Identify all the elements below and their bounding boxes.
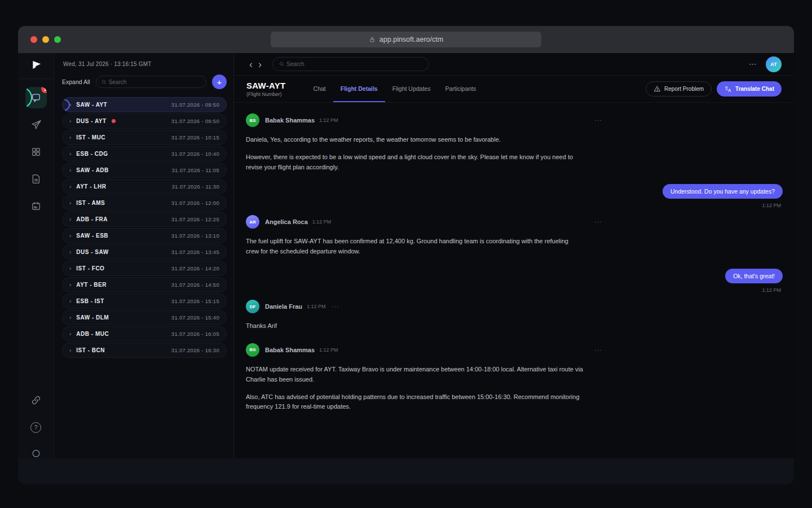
- flight-datetime: 31.07.2026 - 16:30: [171, 347, 219, 353]
- flights-search-input[interactable]: [109, 79, 201, 85]
- icon-rail: 1: [18, 53, 54, 458]
- lock-icon: [369, 36, 376, 43]
- flight-subtitle: (Flight Number): [246, 91, 286, 97]
- flight-datetime: 31.07.2026 - 09:50: [171, 118, 219, 124]
- report-problem-button[interactable]: Report Problem: [646, 81, 712, 97]
- flight-route: ADB - FRA: [76, 216, 108, 222]
- translate-chat-button[interactable]: Translate Chat: [717, 81, 782, 97]
- sidebar-item-chats[interactable]: 1: [25, 87, 47, 108]
- flight-list-item[interactable]: › SAW - AYT 31.07.2026 - 09:50: [62, 97, 227, 112]
- flight-route: ESB - CDG: [76, 151, 108, 157]
- sidebar-item-flights[interactable]: [25, 114, 47, 135]
- chevron-right-icon: ›: [69, 249, 71, 255]
- message-paragraph: The fuel uplift for SAW-AYT has been con…: [246, 237, 583, 257]
- flight-route: SAW - ESB: [76, 233, 108, 239]
- chevron-right-icon: ›: [69, 299, 71, 304]
- sidebar-item-dashboard[interactable]: [25, 141, 47, 163]
- flight-route: SAW - ADB: [76, 167, 108, 173]
- traffic-lights: [30, 36, 61, 43]
- incoming-message: DF Daniela Frau 1:12 PM ··· Thanks Arif: [246, 300, 602, 331]
- message-options-icon[interactable]: ···: [594, 218, 602, 225]
- message-options-icon[interactable]: ···: [332, 303, 339, 310]
- chat-topbar: ‹ › ⋯ AT: [234, 53, 794, 76]
- chat-tabs: ChatFlight DetailsFlight UpdatesParticip…: [306, 76, 484, 102]
- nav-forward-button[interactable]: ›: [255, 59, 264, 69]
- chevron-right-icon: ›: [69, 119, 71, 124]
- current-datetime: Wed, 31 Jul 2026 · 13:16:15 GMT: [63, 61, 227, 67]
- incoming-message: BS Babak Shammas 1:12 PM ··· Daniela, Ye…: [246, 113, 602, 172]
- flight-list-item[interactable]: › SAW - ESB 31.07.2026 - 13:10: [62, 228, 227, 243]
- nav-back-button[interactable]: ‹: [246, 59, 255, 69]
- sidebar-item-links[interactable]: [25, 389, 47, 411]
- message-bubble: Understood. Do you have any updates?: [663, 184, 783, 199]
- flights-search-field[interactable]: [96, 76, 206, 88]
- message-options-icon[interactable]: ···: [594, 117, 602, 124]
- sidebar-item-profile[interactable]: [25, 444, 47, 458]
- flight-list-item[interactable]: › ADB - FRA 31.07.2026 - 12:25: [62, 212, 227, 227]
- message-body: The fuel uplift for SAW-AYT has been con…: [246, 237, 602, 257]
- message-options-icon[interactable]: ···: [594, 347, 602, 353]
- flight-list-item[interactable]: › AYT - BER 31.07.2026 - 14:50: [62, 277, 227, 292]
- sidebar-item-documents[interactable]: [25, 168, 47, 190]
- sidebar-item-schedule[interactable]: [25, 195, 47, 217]
- flight-list-item[interactable]: › IST - MUC 31.07.2026 - 10:15: [62, 130, 227, 145]
- message-time: 1:12 PM: [319, 347, 338, 353]
- chat-unread-badge: 1: [41, 87, 47, 93]
- add-flight-button[interactable]: +: [212, 75, 227, 89]
- flight-list-item[interactable]: › DUS - SAW 31.07.2026 - 13:45: [62, 244, 227, 260]
- chat-search-input[interactable]: [286, 61, 423, 67]
- chevron-right-icon: ›: [69, 266, 71, 271]
- flight-list-item[interactable]: › IST - AMS 31.07.2026 - 12:00: [62, 195, 227, 211]
- calendar-icon: [30, 200, 42, 212]
- flight-list-item[interactable]: › ESB - CDG 31.07.2026 - 10:40: [62, 146, 227, 161]
- more-options-icon[interactable]: ⋯: [749, 60, 757, 68]
- flight-list-item[interactable]: › IST - BCN 31.07.2026 - 16:30: [62, 343, 227, 358]
- chat-panel: ‹ › ⋯ AT SAW-AYT (Flight Number): [234, 53, 794, 458]
- sender-avatar: BS: [246, 113, 259, 127]
- incoming-message: AR Angelica Roca 1:12 PM ··· The fuel up…: [246, 215, 602, 257]
- tab-chat[interactable]: Chat: [306, 76, 333, 102]
- chevron-right-icon: ›: [69, 200, 71, 206]
- message-paragraph: However, there is expected to be a low w…: [246, 152, 583, 173]
- tab-participants[interactable]: Participants: [438, 76, 483, 102]
- chevron-right-icon: ›: [69, 102, 71, 108]
- flight-list-item[interactable]: › DUS - AYT 31.07.2026 - 09:50: [62, 113, 227, 129]
- flight-list-item[interactable]: › SAW - ADB 31.07.2026 - 11:05: [62, 163, 227, 178]
- flight-route: AYT - LHR: [76, 183, 106, 190]
- minimize-window-button[interactable]: [42, 36, 49, 43]
- flight-datetime: 31.07.2026 - 11:30: [172, 183, 219, 190]
- flight-datetime: 31.07.2026 - 12:25: [171, 216, 219, 222]
- flight-route: DUS - AYT: [76, 118, 106, 124]
- tab-flight-details[interactable]: Flight Details: [333, 76, 385, 102]
- flight-datetime: 31.07.2026 - 10:15: [171, 134, 219, 141]
- chevron-right-icon: ›: [69, 315, 71, 321]
- app-logo[interactable]: [18, 53, 54, 79]
- flight-datetime: 31.07.2026 - 13:10: [171, 233, 219, 239]
- sidebar-item-help[interactable]: ?: [25, 417, 47, 438]
- flight-list-item[interactable]: › ESB - IST 31.07.2026 - 15:15: [62, 294, 227, 309]
- chat-search-field[interactable]: [272, 57, 429, 71]
- sender-avatar: DF: [246, 300, 259, 313]
- pinsoft-logo-icon: [29, 59, 43, 73]
- flight-datetime: 31.07.2026 - 12:00: [171, 200, 219, 206]
- maximize-window-button[interactable]: [54, 36, 61, 43]
- message-time: 1:12 PM: [762, 287, 781, 293]
- browser-window: app.pinsoft.aero/ctm 1: [18, 26, 794, 484]
- tab-flight-updates[interactable]: Flight Updates: [385, 76, 438, 102]
- flight-datetime: 31.07.2026 - 16:05: [171, 331, 219, 337]
- flight-route: IST - FCO: [76, 265, 104, 271]
- flights-panel: Wed, 31 Jul 2026 · 13:16:15 GMT Expand A…: [54, 53, 234, 458]
- flight-datetime: 31.07.2026 - 15:40: [171, 314, 219, 321]
- flight-list: › SAW - AYT 31.07.2026 - 09:50 › DUS - A…: [62, 97, 227, 359]
- expand-all-button[interactable]: Expand All: [62, 78, 90, 85]
- search-icon: [101, 79, 107, 85]
- close-window-button[interactable]: [30, 36, 37, 43]
- flight-list-item[interactable]: › AYT - LHR 31.07.2026 - 11:30: [62, 179, 227, 194]
- flight-list-item[interactable]: › ADB - MUC 31.07.2026 - 16:05: [62, 326, 227, 341]
- address-bar[interactable]: app.pinsoft.aero/ctm: [271, 32, 541, 47]
- flight-list-item[interactable]: › IST - FCO 31.07.2026 - 14:20: [62, 261, 227, 276]
- user-avatar[interactable]: AT: [766, 56, 782, 72]
- flight-route: AYT - BER: [76, 282, 107, 288]
- flight-list-item[interactable]: › SAW - DLM 31.07.2026 - 15:40: [62, 310, 227, 325]
- message-paragraph: Daniela, Yes, according to the weather r…: [246, 135, 583, 145]
